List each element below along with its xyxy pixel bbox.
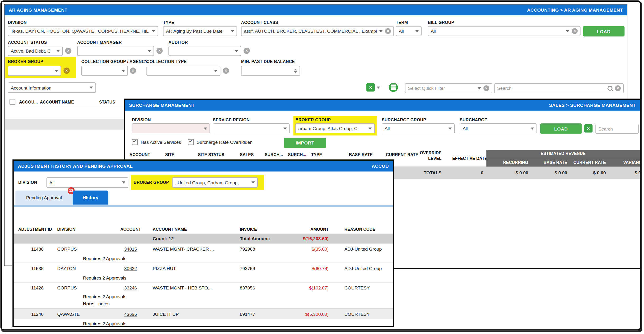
account-class-select[interactable]: asdf, AUTOCH, BROKER, CLASSTEST, COMMERC… bbox=[241, 26, 394, 36]
chevron-down-icon bbox=[478, 87, 481, 89]
surcharge-rate-overridden-checkbox[interactable] bbox=[188, 139, 194, 145]
clear-icon[interactable] bbox=[385, 28, 391, 34]
note-text: notes bbox=[98, 300, 181, 308]
collection-group-select[interactable] bbox=[82, 66, 128, 76]
col-account-name: ACCOUNT NAME bbox=[40, 100, 74, 104]
term-value: All bbox=[399, 29, 413, 34]
account-link[interactable]: 43696 bbox=[107, 309, 137, 319]
auditor-select[interactable] bbox=[168, 46, 241, 56]
col-account: ACCOU... bbox=[19, 100, 38, 104]
broker-group-select[interactable]: , United Group, Carbam Group, bbox=[172, 177, 258, 188]
col-account: ACCOUNT bbox=[111, 227, 141, 231]
summary-total-value: $(16,203.60) bbox=[269, 234, 329, 244]
clear-icon[interactable] bbox=[65, 48, 72, 54]
chevron-down-icon[interactable] bbox=[377, 86, 380, 89]
surcharge-breadcrumb: SALES > SURCHARGE MANAGEMENT bbox=[549, 103, 636, 108]
clear-icon[interactable] bbox=[572, 28, 578, 34]
row-division: QAWASTE bbox=[57, 309, 96, 319]
has-active-services-checkbox[interactable] bbox=[132, 139, 138, 145]
bill-group-select[interactable]: All bbox=[428, 26, 581, 36]
search-input[interactable]: Search bbox=[595, 124, 638, 134]
print-icon[interactable] bbox=[389, 83, 398, 92]
row-id: 11538 bbox=[14, 263, 44, 274]
division-value: All bbox=[49, 180, 120, 185]
clear-icon[interactable] bbox=[156, 48, 162, 54]
load-button[interactable]: LOAD bbox=[540, 123, 582, 134]
table-row: 11240 QAWASTE 43696 JUICE IT UP 891477 $… bbox=[14, 309, 393, 319]
bill-group-value: All bbox=[431, 29, 564, 34]
adjustment-breadcrumb: ACCOU bbox=[372, 164, 389, 169]
surcharge-header: SURCHARGE MANAGEMENT SALES > SURCHARGE M… bbox=[125, 100, 640, 110]
row-account-name: PIZZA HUT bbox=[153, 263, 238, 274]
excel-export-icon[interactable] bbox=[584, 124, 592, 133]
clear-icon[interactable] bbox=[615, 85, 621, 91]
adjustment-panel: ADJUSTMENT HISTORY AND PENDING APPROVAL … bbox=[12, 160, 394, 327]
row-approvals-note: Requires 2 Approvals bbox=[83, 319, 208, 327]
bill-group-label: BILL GROUP bbox=[428, 20, 454, 25]
account-link[interactable]: 30622 bbox=[107, 263, 137, 274]
col-effective-date: EFFECTIVE DATE bbox=[452, 156, 487, 161]
broker-group-select[interactable]: arbam Group, Atlas Group, C bbox=[296, 123, 375, 133]
search-input[interactable]: Search bbox=[494, 83, 624, 93]
table-row: 11488 CORPUS 34015 WASTE MGMT- CRACKER .… bbox=[14, 244, 393, 254]
account-status-label: ACCOUNT STATUS bbox=[8, 40, 47, 45]
chevron-down-icon bbox=[204, 128, 207, 130]
search-placeholder: Search bbox=[497, 86, 605, 91]
row-division: CORPUS bbox=[57, 244, 96, 254]
col-reason-code: REASON CODE bbox=[344, 227, 375, 231]
quick-filter-select[interactable]: Select Quick Filter bbox=[405, 83, 492, 93]
tab-history-label: History bbox=[82, 195, 98, 200]
col-variance: VARIANC bbox=[623, 160, 640, 165]
view-select-value: Account Information bbox=[11, 85, 88, 90]
account-status-select[interactable]: Active, Bad Debt, C bbox=[8, 46, 63, 56]
surcharge-select[interactable]: All bbox=[460, 123, 537, 133]
chevron-down-icon bbox=[231, 30, 234, 32]
account-manager-select[interactable] bbox=[77, 46, 154, 56]
collection-group-label: COLLECTION GROUP / AGENCY bbox=[82, 59, 148, 64]
collection-type-select[interactable] bbox=[146, 66, 220, 76]
min-past-due-input[interactable] bbox=[241, 66, 300, 76]
division-select[interactable]: All bbox=[46, 177, 128, 188]
division-select[interactable] bbox=[132, 123, 210, 133]
term-select[interactable]: All bbox=[396, 26, 422, 36]
account-link[interactable]: 33246 bbox=[107, 283, 137, 293]
service-region-select[interactable] bbox=[213, 123, 290, 133]
row-amount: $(35.00) bbox=[286, 244, 329, 254]
clear-icon[interactable] bbox=[64, 67, 70, 74]
select-all-checkbox[interactable] bbox=[10, 99, 15, 105]
col-rev-current-rate: CURRENT RATE bbox=[568, 160, 606, 165]
tab-history[interactable]: History bbox=[72, 190, 108, 204]
col-invoice: INVOICE bbox=[240, 227, 257, 231]
totals-base-rate: $ 0.00 bbox=[530, 167, 567, 178]
row-invoice: 793759 bbox=[240, 263, 290, 274]
table-row-sub: Requires 2 Approvals bbox=[14, 274, 393, 282]
broker-group-label: BROKER GROUP bbox=[134, 180, 169, 185]
clear-icon[interactable] bbox=[130, 67, 136, 74]
import-button[interactable]: IMPORT bbox=[284, 138, 326, 148]
row-id: 11488 bbox=[14, 244, 44, 254]
account-class-value: asdf, AUTOCH, BROKER, CLASSTEST, COMMERC… bbox=[244, 29, 377, 34]
tab-pending-approval[interactable]: Pending Approval 12 bbox=[16, 190, 72, 204]
surcharge-group-select[interactable]: All bbox=[382, 123, 455, 133]
service-region-label: SERVICE REGION bbox=[213, 118, 250, 122]
ar-aging-title: AR AGING MANAGEMENT bbox=[9, 7, 68, 12]
search-icon[interactable] bbox=[608, 86, 612, 91]
spinner-icon[interactable] bbox=[294, 69, 297, 73]
account-link[interactable]: 34015 bbox=[107, 244, 137, 254]
load-button[interactable]: LOAD bbox=[583, 26, 624, 36]
type-select[interactable]: AR Aging By Past Due Date bbox=[163, 26, 237, 36]
quick-filter-placeholder: Select Quick Filter bbox=[408, 86, 476, 91]
excel-export-icon[interactable] bbox=[366, 83, 375, 91]
clear-icon[interactable] bbox=[483, 85, 489, 91]
division-select[interactable]: Texas, DAYTON, HOUSTON, QAWASTE , CORPUS… bbox=[8, 26, 158, 36]
surcharge-group-value: All bbox=[385, 126, 446, 131]
row-division: DAYTON bbox=[57, 263, 96, 274]
clear-icon[interactable] bbox=[223, 67, 229, 74]
col-account: ACCOUNT bbox=[130, 153, 150, 157]
view-select[interactable]: Account Information bbox=[8, 82, 96, 93]
col-adjustment-id: ADJUSTMENT ID bbox=[18, 227, 52, 231]
chevron-down-icon bbox=[531, 128, 534, 130]
totals-count: 0 bbox=[463, 167, 483, 178]
clear-icon[interactable] bbox=[244, 48, 250, 54]
broker-group-select[interactable] bbox=[8, 66, 61, 76]
